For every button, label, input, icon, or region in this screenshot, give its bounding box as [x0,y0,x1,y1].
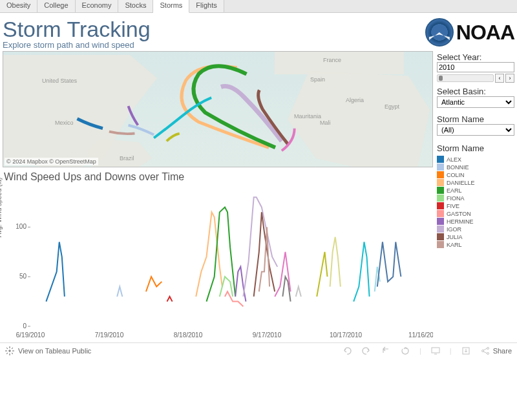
year-label: Select Year: [437,52,514,62]
year-input[interactable] [437,62,514,72]
legend-label: COLIN [447,172,465,178]
legend-swatch [437,241,444,248]
legend-swatch [437,210,444,217]
svg-rect-12 [432,348,439,353]
legend-label: JULIA [447,234,463,240]
share-icon [480,346,491,355]
storm-name-label: Storm Name [437,114,514,124]
y-axis-label: Avg. Wind speed (kt) [0,177,3,237]
tab-economy[interactable]: Economy [76,0,119,12]
tab-bar: ObesityCollegeEconomyStocksStormsFlights [0,0,517,13]
legend-label: HERMINE [447,218,474,225]
controls-panel: Select Year: ‹ › Select Basin: Atlantic … [437,51,514,342]
legend-item[interactable]: GASTON [437,210,514,217]
legend-item[interactable]: BONNIE [437,163,514,171]
revert-icon[interactable] [381,346,391,355]
legend-label: FIONA [447,195,465,202]
share-button[interactable]: Share [480,346,512,355]
wind-speed-chart[interactable]: Avg. Wind speed (kt) 0501006/19/20107/19… [3,184,433,342]
legend-item[interactable]: IGOR [437,226,514,233]
legend-swatch [437,156,444,163]
legend-swatch [437,233,444,240]
svg-text:7/19/2010: 7/19/2010 [95,331,124,339]
page-subtitle: Explore storm path and wind speed [3,40,151,50]
svg-text:11/16/2010: 11/16/2010 [408,331,433,339]
legend-item[interactable]: COLIN [437,171,514,178]
legend-swatch [437,194,444,202]
basin-select[interactable]: Atlantic [437,96,514,108]
device-icon[interactable] [430,346,441,355]
legend-item[interactable]: FIVE [437,202,514,209]
legend-item[interactable]: JULIA [437,233,514,240]
legend-item[interactable]: ALEX [437,156,514,163]
legend-swatch [437,202,444,209]
legend-swatch [437,218,444,225]
legend-swatch [437,179,444,186]
year-slider[interactable] [437,74,494,82]
chart-title: Wind Speed Ups and Downs over Time [4,171,433,183]
noaa-text: NOAA [456,21,514,45]
legend-item[interactable]: DANIELLE [437,179,514,186]
redo-icon[interactable] [361,346,372,355]
header: Storm Tracking Explore storm path and wi… [0,13,517,51]
legend-label: EARL [447,187,462,194]
svg-text:10/17/2010: 10/17/2010 [330,331,362,339]
svg-text:100: 100 [16,223,26,230]
tab-college[interactable]: College [37,0,75,12]
legend-item[interactable]: HERMINE [437,218,514,225]
view-on-tableau-button[interactable]: View on Tableau Public [18,347,91,355]
noaa-seal-icon [425,18,454,47]
legend-swatch [437,163,444,171]
legend-swatch [437,171,444,178]
legend-item[interactable]: KARL [437,241,514,248]
legend-swatch [437,226,444,233]
legend-swatch [437,187,444,194]
svg-text:8/18/2010: 8/18/2010 [174,331,203,339]
legend-item[interactable]: EARL [437,187,514,194]
tab-flights[interactable]: Flights [189,0,224,12]
footer: View on Tableau Public | | Share [0,342,517,358]
page-title: Storm Tracking [3,18,151,40]
legend-label: ALEX [447,156,461,163]
tab-stocks[interactable]: Stocks [118,0,153,12]
svg-text:9/17/2010: 9/17/2010 [253,331,282,339]
legend-label: DANIELLE [447,180,475,186]
legend-label: KARL [447,242,462,248]
storm-map[interactable]: United States Mexico Brazil France Spain… [3,51,433,167]
noaa-logo: NOAA [425,18,514,47]
svg-text:0: 0 [23,322,26,330]
year-next-button[interactable]: › [505,74,514,83]
refresh-icon[interactable] [400,346,410,355]
storm-legend: ALEXBONNIECOLINDANIELLEEARLFIONAFIVEGAST… [437,156,514,248]
legend-label: GASTON [447,211,471,217]
tab-obesity[interactable]: Obesity [0,0,37,12]
svg-text:6/19/2010: 6/19/2010 [16,331,45,339]
legend-label: BONNIE [447,164,469,171]
map-attribution: © 2024 Mapbox © OpenStreetMap [5,158,98,165]
tab-storms[interactable]: Storms [153,0,189,13]
legend-label: IGOR [447,226,461,233]
undo-icon[interactable] [342,346,352,355]
legend-title: Storm Name [437,143,514,153]
storm-name-select[interactable]: (All) [437,124,514,136]
download-icon[interactable] [461,346,471,355]
legend-label: FIVE [447,203,459,209]
svg-text:50: 50 [19,273,27,280]
legend-item[interactable]: FIONA [437,194,514,202]
basin-label: Select Basin: [437,87,514,96]
year-prev-button[interactable]: ‹ [495,74,504,83]
tableau-icon [5,346,14,355]
